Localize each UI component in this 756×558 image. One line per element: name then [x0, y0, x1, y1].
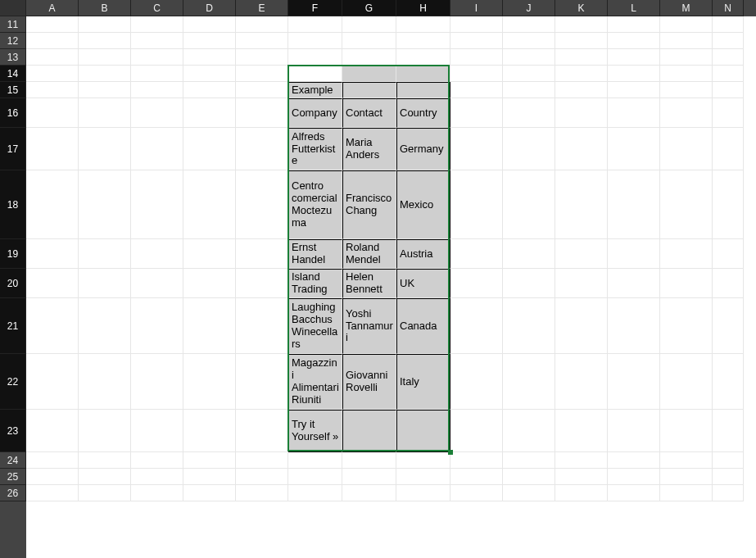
cell-H26[interactable] — [396, 485, 450, 501]
cell-K15[interactable] — [555, 82, 608, 98]
cell-A13[interactable] — [26, 49, 79, 66]
cell-H22[interactable]: Italy — [396, 354, 450, 410]
cell-J17[interactable] — [503, 128, 555, 170]
cell-N23[interactable] — [713, 410, 744, 452]
cell-I12[interactable] — [450, 33, 503, 49]
column-header-C[interactable]: C — [131, 0, 183, 16]
fill-handle[interactable] — [448, 450, 453, 455]
cell-G22[interactable]: Giovanni Rovelli — [342, 354, 396, 410]
cell-H21[interactable]: Canada — [396, 298, 450, 354]
cell-D13[interactable] — [183, 49, 236, 66]
cell-M15[interactable] — [660, 82, 713, 98]
cell-J14[interactable] — [503, 66, 555, 82]
cell-G17[interactable]: Maria Anders — [342, 128, 396, 170]
cell-F15[interactable]: Example — [288, 82, 342, 98]
cell-K25[interactable] — [555, 469, 608, 485]
cell-D17[interactable] — [183, 128, 236, 170]
row-header-20[interactable]: 20 — [0, 269, 26, 298]
cell-D23[interactable] — [183, 410, 236, 452]
column-header-J[interactable]: J — [503, 0, 555, 16]
cell-N19[interactable] — [713, 239, 744, 269]
cell-G18[interactable]: Francisco Chang — [342, 170, 396, 239]
cell-I13[interactable] — [450, 49, 503, 66]
row-header-18[interactable]: 18 — [0, 170, 26, 239]
cell-C21[interactable] — [131, 298, 183, 354]
column-header-B[interactable]: B — [79, 0, 131, 16]
cell-E22[interactable] — [236, 354, 288, 410]
cell-J24[interactable] — [503, 452, 555, 469]
cell-D19[interactable] — [183, 239, 236, 269]
cell-E13[interactable] — [236, 49, 288, 66]
cell-C15[interactable] — [131, 82, 183, 98]
cell-H13[interactable] — [396, 49, 450, 66]
cell-A22[interactable] — [26, 354, 79, 410]
column-header-G[interactable]: G — [342, 0, 396, 16]
cell-C20[interactable] — [131, 269, 183, 298]
cell-D26[interactable] — [183, 485, 236, 501]
cell-E11[interactable] — [236, 16, 288, 33]
cell-J16[interactable] — [503, 98, 555, 128]
cell-B23[interactable] — [79, 410, 131, 452]
cell-M21[interactable] — [660, 298, 713, 354]
cell-M25[interactable] — [660, 469, 713, 485]
cell-D25[interactable] — [183, 469, 236, 485]
cell-M14[interactable] — [660, 66, 713, 82]
cell-E20[interactable] — [236, 269, 288, 298]
cell-L25[interactable] — [608, 469, 660, 485]
cell-B26[interactable] — [79, 485, 131, 501]
row-header-21[interactable]: 21 — [0, 298, 26, 354]
cell-F25[interactable] — [288, 469, 342, 485]
row-header-23[interactable]: 23 — [0, 410, 26, 452]
cell-N11[interactable] — [713, 16, 744, 33]
cell-I20[interactable] — [450, 269, 503, 298]
cell-M13[interactable] — [660, 49, 713, 66]
cell-K11[interactable] — [555, 16, 608, 33]
cell-D21[interactable] — [183, 298, 236, 354]
cell-K26[interactable] — [555, 485, 608, 501]
row-header-25[interactable]: 25 — [0, 469, 26, 485]
cell-I14[interactable] — [450, 66, 503, 82]
cell-K22[interactable] — [555, 354, 608, 410]
cell-L26[interactable] — [608, 485, 660, 501]
cell-E17[interactable] — [236, 128, 288, 170]
column-header-F[interactable]: F — [288, 0, 342, 16]
cell-E16[interactable] — [236, 98, 288, 128]
cell-A17[interactable] — [26, 128, 79, 170]
cell-E15[interactable] — [236, 82, 288, 98]
cell-K17[interactable] — [555, 128, 608, 170]
column-header-K[interactable]: K — [555, 0, 608, 16]
row-header-13[interactable]: 13 — [0, 49, 26, 66]
cell-E14[interactable] — [236, 66, 288, 82]
cell-B22[interactable] — [79, 354, 131, 410]
cell-J20[interactable] — [503, 269, 555, 298]
cell-J25[interactable] — [503, 469, 555, 485]
cell-M18[interactable] — [660, 170, 713, 239]
cell-E19[interactable] — [236, 239, 288, 269]
cell-G26[interactable] — [342, 485, 396, 501]
cell-A11[interactable] — [26, 16, 79, 33]
cell-I18[interactable] — [450, 170, 503, 239]
cell-L16[interactable] — [608, 98, 660, 128]
cell-L24[interactable] — [608, 452, 660, 469]
row-header-12[interactable]: 12 — [0, 33, 26, 49]
cell-J12[interactable] — [503, 33, 555, 49]
cell-K21[interactable] — [555, 298, 608, 354]
cell-I19[interactable] — [450, 239, 503, 269]
cell-H25[interactable] — [396, 469, 450, 485]
cell-L23[interactable] — [608, 410, 660, 452]
column-header-D[interactable]: D — [183, 0, 236, 16]
cell-F11[interactable] — [288, 16, 342, 33]
cell-M17[interactable] — [660, 128, 713, 170]
cell-A12[interactable] — [26, 33, 79, 49]
cell-N12[interactable] — [713, 33, 744, 49]
cell-A20[interactable] — [26, 269, 79, 298]
cell-F13[interactable] — [288, 49, 342, 66]
cell-I24[interactable] — [450, 452, 503, 469]
cell-D11[interactable] — [183, 16, 236, 33]
column-header-L[interactable]: L — [608, 0, 660, 16]
cell-D24[interactable] — [183, 452, 236, 469]
cell-C17[interactable] — [131, 128, 183, 170]
cell-K24[interactable] — [555, 452, 608, 469]
cell-A25[interactable] — [26, 469, 79, 485]
cell-H11[interactable] — [396, 16, 450, 33]
